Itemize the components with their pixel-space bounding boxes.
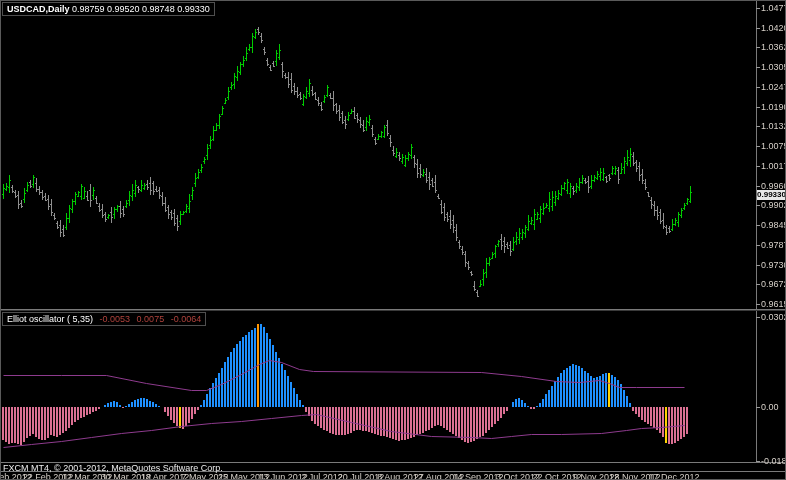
price-axis-tick-8: 1.00175 xyxy=(761,162,786,171)
price-axis-tick-10: 0.99025 xyxy=(761,201,786,210)
chart-canvas[interactable] xyxy=(1,1,786,480)
price-axis-tick-15: 0.96150 xyxy=(761,300,786,309)
copyright-label: FXCM MT4, © 2001-2012, MetaQuotes Softwa… xyxy=(3,463,223,473)
oscillator-axis-tick-0: 0.0302 xyxy=(761,313,786,322)
price-axis-tick-12: 0.97875 xyxy=(761,241,786,250)
ohlc-values-label: 0.98759 0.99520 0.98748 0.99330 xyxy=(72,4,210,14)
oscillator-axis-tick-1: 0.00 xyxy=(761,403,779,412)
oscillator-title: Elliot oscillator ( 5,35) -0.0053 0.0075… xyxy=(2,312,206,326)
symbol-timeframe-label: USDCAD,Daily xyxy=(7,4,70,14)
oscillator-name-label: Elliot oscillator ( 5,35) xyxy=(7,314,93,324)
price-axis-tick-6: 1.01325 xyxy=(761,122,786,131)
price-axis-tick-13: 0.97300 xyxy=(761,261,786,270)
mt4-chart-window: USDCAD,Daily 0.98759 0.99520 0.98748 0.9… xyxy=(0,0,786,480)
price-axis-tick-1: 1.04200 xyxy=(761,24,786,33)
price-axis-tick-0: 1.04775 xyxy=(761,4,786,13)
price-axis-tick-3: 1.03050 xyxy=(761,63,786,72)
oscillator-value-2: 0.0075 xyxy=(137,314,165,324)
oscillator-value-1: -0.0053 xyxy=(100,314,131,324)
price-axis-tick-5: 1.01900 xyxy=(761,103,786,112)
oscillator-axis-tick-2: -0.0181 xyxy=(761,457,786,466)
price-axis-tick-2: 1.03625 xyxy=(761,43,786,52)
date-axis-tick-17: 17 Dec 2012 xyxy=(648,473,699,480)
price-axis-tick-11: 0.98450 xyxy=(761,221,786,230)
date-axis-tick-8: 2 Jul 2012 xyxy=(301,473,343,480)
price-axis-tick-14: 0.96725 xyxy=(761,280,786,289)
oscillator-value-3: -0.0064 xyxy=(171,314,202,324)
current-price-marker: 0.99330 xyxy=(757,190,786,200)
main-chart-title: USDCAD,Daily 0.98759 0.99520 0.98748 0.9… xyxy=(2,2,215,16)
price-axis-tick-4: 1.02475 xyxy=(761,83,786,92)
price-axis-tick-7: 1.00750 xyxy=(761,142,786,151)
